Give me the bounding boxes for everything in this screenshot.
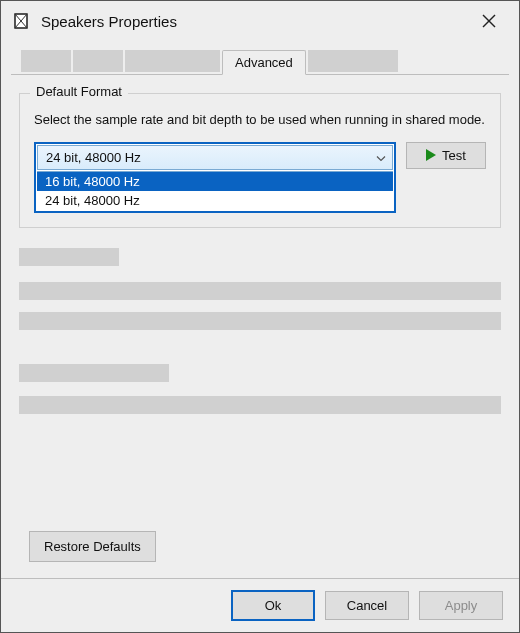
- chevron-down-icon: [376, 150, 386, 165]
- placeholder-bar: [19, 396, 501, 414]
- tab-placeholder[interactable]: [125, 50, 220, 72]
- window-title: Speakers Properties: [41, 13, 469, 30]
- default-format-group: Default Format Select the sample rate an…: [19, 93, 501, 228]
- apply-button[interactable]: Apply: [419, 591, 503, 620]
- group-description: Select the sample rate and bit depth to …: [34, 110, 486, 130]
- titlebar: Speakers Properties: [1, 1, 519, 41]
- placeholder-bar: [19, 312, 501, 330]
- tab-placeholder[interactable]: [308, 50, 398, 72]
- combobox-dropdown: 16 bit, 48000 Hz 24 bit, 48000 Hz: [37, 171, 393, 210]
- tab-advanced[interactable]: Advanced: [222, 50, 306, 75]
- app-icon: [11, 11, 31, 31]
- dialog-footer: Ok Cancel Apply: [1, 578, 519, 632]
- play-icon: [426, 149, 436, 161]
- section-placeholder: [19, 364, 501, 414]
- tab-placeholder[interactable]: [21, 50, 71, 72]
- placeholder-bar: [19, 248, 119, 266]
- tab-bar: Advanced: [11, 41, 509, 75]
- tab-content: Default Format Select the sample rate an…: [1, 75, 519, 414]
- combobox-option[interactable]: 16 bit, 48000 Hz: [37, 172, 393, 191]
- tab-placeholder[interactable]: [73, 50, 123, 72]
- close-button[interactable]: [469, 1, 509, 41]
- restore-defaults-button[interactable]: Restore Defaults: [29, 531, 156, 562]
- section-placeholder: [19, 248, 501, 330]
- placeholder-bar: [19, 364, 169, 382]
- combobox-option[interactable]: 24 bit, 48000 Hz: [37, 191, 393, 210]
- speakers-properties-window: Speakers Properties Advanced Default For…: [0, 0, 520, 633]
- combobox-selected[interactable]: 24 bit, 48000 Hz: [37, 145, 393, 170]
- ok-button[interactable]: Ok: [231, 590, 315, 621]
- cancel-button[interactable]: Cancel: [325, 591, 409, 620]
- group-legend: Default Format: [30, 84, 128, 99]
- placeholder-bar: [19, 282, 501, 300]
- format-combobox[interactable]: 24 bit, 48000 Hz 16 bit, 48000 Hz 24 bit…: [34, 142, 396, 213]
- test-button-label: Test: [442, 148, 466, 163]
- test-button[interactable]: Test: [406, 142, 486, 169]
- combobox-selected-text: 24 bit, 48000 Hz: [46, 150, 141, 165]
